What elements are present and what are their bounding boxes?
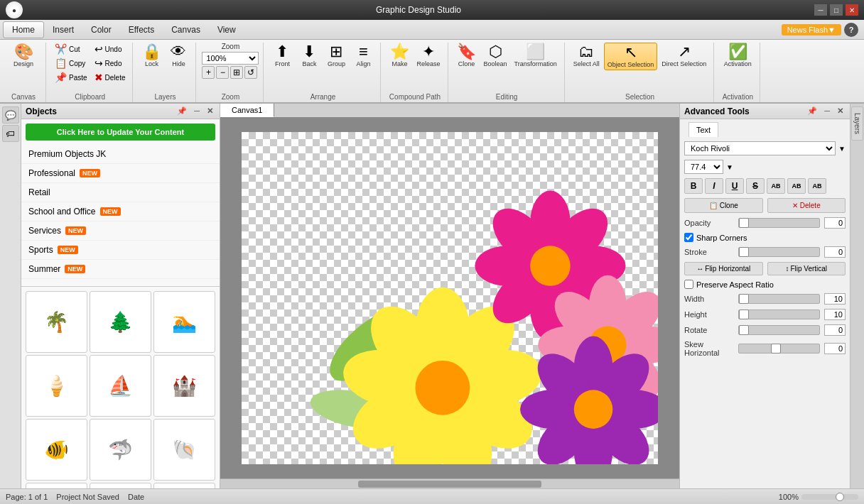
redo-button[interactable]: ↪ Redo [92,57,129,70]
grid-item[interactable]: 🌺 [153,483,215,488]
direct-selection-button[interactable]: ↗ Direct Selection [659,43,709,69]
opacity-value[interactable]: 0 [824,217,846,229]
opacity-slider[interactable] [738,218,820,228]
font-size-select[interactable]: 77.4 [684,160,723,174]
objects-panel-close[interactable]: ✕ [205,106,215,116]
sharp-corners-checkbox[interactable] [684,233,693,242]
underline-button[interactable]: U [725,178,744,194]
maximize-button[interactable]: □ [830,4,843,16]
font-name-select[interactable]: Koch Rivoli [684,141,836,155]
align-button[interactable]: ≡ Align [350,43,376,69]
back-button[interactable]: ⬇ Back [296,43,322,69]
grid-item[interactable]: ⛵ [90,355,151,417]
zoom-select[interactable]: 100% 50% 200% [202,52,259,65]
stroke-slider[interactable] [738,247,820,257]
menu-effects[interactable]: Effects [120,22,163,38]
list-item[interactable]: Sports NEW [21,241,220,260]
flip-vertical-button[interactable]: ↕ Flip Vertical [767,262,846,275]
allcaps-button[interactable]: AB [767,178,785,194]
bold-button[interactable]: B [684,178,703,194]
height-slider[interactable] [738,309,820,319]
hide-button[interactable]: 👁 Hide [166,43,191,69]
clone-ribbon-button[interactable]: 🔖 Clone [454,43,480,69]
grid-item[interactable]: 🐚 [26,483,87,488]
stroke-value[interactable]: 0 [824,246,846,258]
canvas-viewport[interactable] [220,118,679,478]
list-item[interactable]: Professional NEW [21,164,220,183]
objects-panel-minimize[interactable]: ─ [192,106,202,116]
zoom-slider[interactable] [801,494,858,500]
canvas-tab[interactable]: Canvas1 [220,104,274,117]
adv-panel-minimize[interactable]: ─ [822,106,832,116]
undo-button[interactable]: ↩ Undo [92,43,129,55]
transformation-button[interactable]: ⬜ Transformation [512,43,560,69]
flip-horizontal-button[interactable]: ↔ Flip Horizontal [684,262,763,275]
list-item[interactable]: Retail [21,183,220,202]
preserve-aspect-checkbox[interactable] [684,280,693,289]
news-flash-button[interactable]: News Flash▼ [782,24,841,35]
paste-button[interactable]: 📌 Paste [52,71,90,84]
delete-action-button[interactable]: ✕ Delete [767,198,846,213]
width-value[interactable] [824,293,846,305]
menu-view[interactable]: View [209,22,244,38]
grid-item[interactable]: 🦈 [90,419,151,481]
grid-item[interactable]: 🌴 [26,291,87,353]
select-all-button[interactable]: 🗂 Select All [571,43,603,69]
zoom-fit-button[interactable]: ⊞ [230,66,243,79]
activation-button[interactable]: ✅ Activation [720,43,755,69]
adv-panel-pin[interactable]: 📌 [805,106,819,116]
grid-item[interactable]: 🐚 [153,419,215,481]
update-content-button[interactable]: Click Here to Update Your Content [26,124,215,141]
copy-button[interactable]: 📋 Copy [52,57,90,70]
skew-h-slider[interactable] [738,344,820,354]
grid-item[interactable]: 🏰 [153,355,215,417]
adv-panel-close[interactable]: ✕ [835,106,846,116]
cut-button[interactable]: ✂️ Cut [52,43,90,55]
release-button[interactable]: ✦ Release [414,43,443,69]
vtab-layers[interactable]: Layers [851,106,863,141]
ribbon-zoom-group: Zoom 100% 50% 200% + − ⊞ ↺ Zoom [198,43,264,102]
grid-item[interactable]: 🍦 [26,355,87,417]
text-tab[interactable]: Text [688,122,718,137]
minimize-button[interactable]: ─ [814,4,827,16]
menu-canvas[interactable]: Canvas [163,22,209,38]
zoom-out-button[interactable]: − [216,66,229,79]
group-button[interactable]: ⊞ Group [323,43,349,69]
zoom-in-button[interactable]: + [202,66,215,79]
superscript-button[interactable]: AB [808,178,826,194]
canvas-scrollbar-horizontal[interactable] [220,478,679,488]
height-value[interactable] [824,309,846,320]
menu-color[interactable]: Color [82,22,120,38]
skew-h-value[interactable] [824,343,846,354]
design-button[interactable]: 🎨 Design [6,43,41,69]
list-item[interactable]: Services NEW [21,221,220,241]
grid-item[interactable]: 🏊 [153,291,215,353]
menu-home[interactable]: Home [3,21,44,38]
clone-action-button[interactable]: 📋 Clone [684,198,763,213]
italic-button[interactable]: I [705,178,723,194]
boolean-button[interactable]: ⬡ Boolean [481,43,510,69]
grid-item[interactable]: 🐠 [26,419,87,481]
sidebar-tool-chat[interactable]: 💬 [2,106,19,124]
make-button[interactable]: ⭐ Make [387,43,412,69]
list-item[interactable]: School and Office NEW [21,202,220,221]
objects-panel-pin[interactable]: 📌 [175,106,189,116]
grid-item[interactable]: 🐟 [90,483,151,488]
sidebar-tool-tag[interactable]: 🏷 [2,125,19,142]
list-item[interactable]: Premium Objects JK [21,145,220,164]
width-slider[interactable] [738,294,820,304]
object-selection-button[interactable]: ↖ Object Selection [604,43,658,70]
zoom-reset-button[interactable]: ↺ [244,66,257,79]
rotate-slider[interactable] [738,325,820,335]
menu-insert[interactable]: Insert [44,22,82,38]
rotate-value[interactable] [824,324,846,336]
help-button[interactable]: ? [844,23,858,37]
list-item[interactable]: Summer NEW [21,260,220,279]
delete-button[interactable]: ✖ Delete [92,71,129,84]
front-button[interactable]: ⬆ Front [269,43,295,69]
smallcaps-button[interactable]: AB [787,178,806,194]
strikethrough-button[interactable]: S [746,178,765,194]
close-button[interactable]: ✕ [846,4,858,16]
grid-item[interactable]: 🌲 [90,291,151,353]
lock-button[interactable]: 🔒 Lock [139,43,164,69]
